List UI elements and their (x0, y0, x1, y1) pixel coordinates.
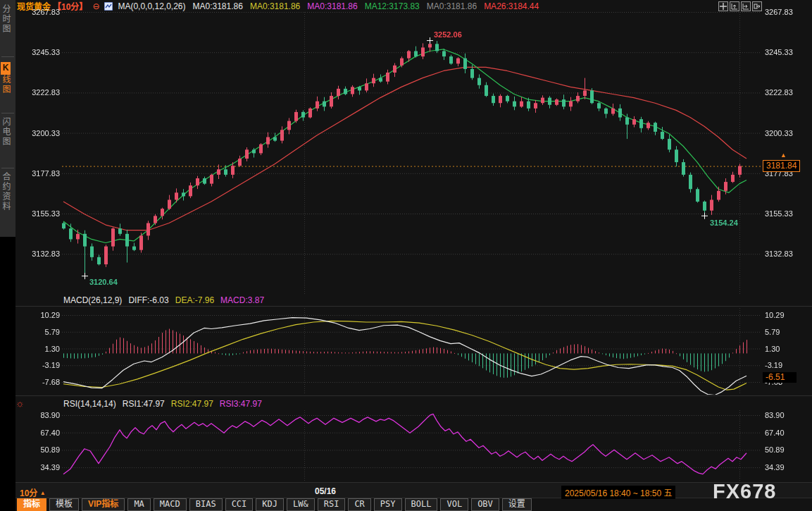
macd-axis-label: -7.68 (26, 377, 60, 387)
collapse-icon[interactable]: ⊖ (92, 2, 99, 11)
price-axis-label: 3155.33 (26, 209, 60, 218)
high-price-annotation: 3252.06 (434, 30, 462, 39)
toolbar-button-模板[interactable]: 模板 (49, 498, 79, 511)
ma-indicator-value: MA0:3181.86 (307, 1, 357, 11)
macd-chart[interactable] (15, 308, 812, 395)
ma-indicator-value: MA0:3181.86 (193, 1, 243, 11)
rsi-title-row: RSI(14,14,14) RSI1:47.97 RSI2:47.97 RSI3… (63, 399, 262, 409)
sidebar-separator (1, 56, 14, 57)
chart-header: 现货黄金 【10分】 ⊖ MA(0,0,0,12,0,26)MA0:3181.8… (17, 1, 539, 11)
macd-axis-label: 5.79 (26, 327, 60, 337)
sidebar-tab-time-chart[interactable]: 分时图 (0, 4, 15, 34)
ma-indicator-value: MA0:3181.86 (427, 1, 477, 11)
panel-separator (15, 306, 812, 307)
price-axis-label: 3222.83 (765, 87, 807, 97)
sidebar-separator (1, 113, 14, 113)
toolbar-button-指标[interactable]: 指标 (17, 498, 46, 511)
macd-macd-value: MACD:3.87 (220, 295, 264, 305)
move-icon[interactable] (718, 1, 728, 11)
price-axis-label: 3267.83 (765, 7, 807, 17)
rsi-axis-label: 83.90 (765, 410, 807, 420)
rsi-axis-label: 34.39 (26, 462, 60, 472)
toolbar-button-MA[interactable]: MA (127, 498, 150, 511)
chart-window-controls (718, 1, 762, 11)
price-axis-label: 3245.33 (765, 47, 807, 57)
price-axis-label: 3267.83 (26, 7, 60, 17)
current-price-tag: 3181.84 (763, 160, 800, 172)
macd-title-row: MACD(26,12,9) DIFF:-6.03 DEA:-7.96 MACD:… (63, 295, 264, 305)
toolbar-button-LW&[interactable]: LW& (287, 498, 315, 511)
period-selector[interactable]: 10分 ▲ (20, 486, 46, 498)
rsi1-value: RSI1:47.97 (123, 399, 165, 409)
scale-x-icon[interactable] (741, 1, 751, 11)
price-axis-label: 3177.83 (26, 168, 60, 178)
panel-separator (15, 395, 812, 396)
ma-indicator-values: MA(0,0,0,12,0,26)MA0:3181.86MA0:3181.86M… (118, 1, 539, 11)
rsi3-value: RSI3:47.97 (220, 399, 262, 409)
macd-dea-value: DEA:-7.96 (175, 295, 214, 305)
toolbar-button-BIAS[interactable]: BIAS (189, 498, 223, 511)
macd-axis-label: 10.29 (765, 310, 807, 320)
rsi-axis-label: 67.40 (765, 428, 807, 438)
scale-y-icon[interactable] (730, 1, 739, 11)
macd-axis-label: -3.19 (765, 360, 807, 370)
sidebar-tab-contract-info[interactable]: 合约资料 (0, 172, 15, 211)
trading-app: 分时图 K线图 闪电图 合约资料 现货黄金 【10分】 ⊖ MA(0,0,0,1… (0, 0, 812, 511)
current-price-arrow: ▲ (780, 152, 787, 159)
ma-indicator-value: MA26:3184.44 (484, 1, 539, 11)
macd-diff-value: DIFF:-6.03 (128, 295, 168, 305)
mini-chart-icon[interactable] (104, 2, 113, 11)
sidebar-tab-kline-head: K (1, 62, 11, 75)
toolbar-button-CCI[interactable]: CCI (225, 498, 254, 511)
price-axis-label: 3245.33 (26, 47, 60, 57)
toolbar-button-BOLL[interactable]: BOLL (405, 498, 438, 511)
shift-right-icon[interactable] (752, 1, 762, 11)
rsi-axis-label: 50.89 (26, 445, 60, 455)
rsi-formula: RSI(14,14,14) (63, 399, 116, 409)
main-price-chart[interactable] (15, 12, 812, 295)
sidebar-separator (1, 168, 14, 168)
rsi-axis-label: 34.39 (765, 462, 807, 472)
ma-indicator-value: MA(0,0,0,12,0,26) (118, 1, 185, 11)
macd-axis-label: -3.19 (26, 360, 60, 370)
price-axis-label: 3222.83 (26, 87, 60, 97)
sidebar-tab-kline-rest: 线图 (1, 75, 11, 94)
left-sidebar: 分时图 K线图 闪电图 合约资料 (0, 0, 15, 511)
macd-axis-label: 10.29 (26, 310, 60, 320)
macd-axis-label: 1.30 (26, 344, 60, 354)
period-dropdown-caret: ▲ (40, 490, 46, 496)
macd-axis-label: 5.79 (765, 327, 807, 337)
price-axis-label: 3132.83 (765, 249, 807, 259)
ma-indicator-value: MA12:3173.83 (365, 1, 420, 11)
toolbar-button-RSI[interactable]: RSI (318, 498, 346, 511)
macd-formula: MACD(26,12,9) (63, 295, 122, 305)
price-axis-label: 3200.33 (765, 128, 807, 138)
low-right-price-annotation: 3154.24 (710, 218, 738, 227)
fx678-watermark: FX678 (713, 480, 776, 503)
toolbar-button-MACD[interactable]: MACD (154, 498, 187, 511)
indicator-toolbar: 指标模板VIP指标MAMACDBIASCCIKDJLW&RSICRPSYBOLL… (17, 498, 532, 511)
toolbar-button-设置[interactable]: 设置 (502, 498, 532, 511)
macd-current-value-tag: -6.51 (763, 372, 797, 383)
low-left-price-annotation: 3120.64 (89, 278, 118, 286)
macd-axis-label: 1.30 (765, 344, 807, 354)
date-tick-label: 05/16 (315, 486, 336, 496)
price-axis-label: 3200.33 (26, 128, 60, 138)
toolbar-button-CR[interactable]: CR (348, 498, 370, 511)
sidebar-tab-lightning-chart[interactable]: 闪电图 (0, 117, 15, 147)
period-selector-label: 10分 (20, 488, 37, 498)
rsi-axis-label: 83.90 (26, 410, 60, 420)
toolbar-button-KDJ[interactable]: KDJ (256, 498, 284, 511)
alert-icon[interactable]: ☼ (15, 398, 25, 408)
toolbar-button-PSY[interactable]: PSY (374, 498, 402, 511)
price-axis-label: 3155.33 (765, 209, 807, 218)
time-axis (15, 483, 812, 498)
toolbar-button-OBV[interactable]: OBV (471, 498, 499, 511)
sidebar-tab-kline-chart[interactable]: K线图 (0, 62, 15, 94)
hover-range-label: 2025/05/16 18:40 ~ 18:50 五 (561, 486, 675, 499)
price-axis-label: 3132.83 (26, 249, 60, 259)
rsi-chart[interactable] (15, 410, 812, 482)
toolbar-button-VIP指标[interactable]: VIP指标 (82, 498, 125, 511)
rsi-axis-label: 67.40 (26, 428, 60, 438)
toolbar-button-VOL[interactable]: VOL (440, 498, 468, 511)
